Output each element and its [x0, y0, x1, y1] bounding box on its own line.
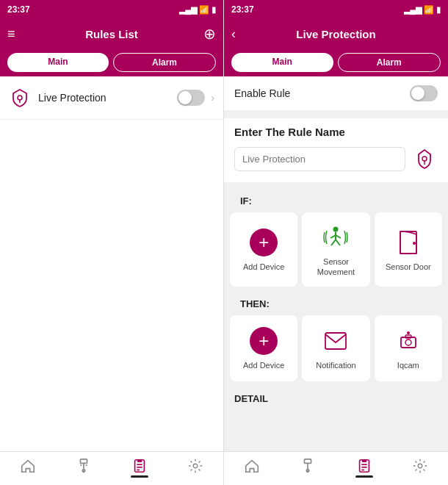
if-add-icon: + [249, 228, 278, 257]
signal-icon: ▂▄▆ [179, 5, 197, 15]
rule-icon-button[interactable] [411, 146, 438, 172]
if-add-device-label: Add Device [243, 262, 284, 272]
live-protection-icon [9, 87, 31, 109]
right-nav-rules[interactable] [336, 458, 392, 478]
right-plug-icon [300, 458, 316, 474]
sparkle-icon [187, 458, 203, 474]
right-tab-alarm[interactable]: Alarm [338, 53, 441, 72]
svg-point-8 [422, 157, 427, 161]
detail-title: DETAIL [234, 393, 438, 404]
right-sparkle-icon [412, 458, 428, 474]
right-nav-devices[interactable] [280, 458, 336, 478]
right-home-icon [244, 458, 260, 474]
left-tab-main[interactable]: Main [7, 53, 109, 72]
right-bottom-nav [224, 451, 448, 485]
svg-rect-23 [305, 459, 311, 464]
right-header: ‹ Live Protection [224, 19, 448, 48]
left-status-icons: ▂▄▆ 📶 ▮ [179, 5, 216, 15]
left-header: ≡ Rules List ⊕ [0, 19, 223, 48]
home-icon [20, 458, 36, 474]
svg-line-15 [336, 240, 340, 245]
right-tab-main[interactable]: Main [231, 53, 333, 72]
then-section: THEN: + Add Device [224, 292, 448, 387]
if-add-device-card[interactable]: + Add Device [230, 212, 297, 287]
svg-point-20 [405, 340, 411, 345]
left-nav-devices[interactable] [56, 458, 112, 478]
then-add-device-card[interactable]: + Add Device [230, 315, 297, 381]
toggle-knob [178, 91, 192, 104]
rule-name-input[interactable] [234, 147, 405, 171]
battery-icon: ▮ [212, 5, 216, 15]
then-section-title: THEN: [230, 292, 442, 314]
svg-rect-18 [325, 333, 346, 349]
right-panel: 23:37 ▂▄▆ 📶 ▮ ‹ Live Protection Main Ala… [224, 0, 448, 485]
enable-rule-row: Enable Rule [224, 76, 448, 111]
then-cards-row: + Add Device Notification [230, 315, 442, 381]
left-header-title: Rules List [85, 28, 138, 40]
then-notification-icon [321, 326, 350, 356]
clipboard-icon [131, 458, 148, 474]
left-tab-alarm[interactable]: Alarm [113, 53, 216, 72]
svg-point-22 [407, 331, 410, 334]
if-door-label: Sensor Door [386, 262, 431, 272]
if-section-title: IF: [230, 190, 442, 211]
left-nav-rules[interactable] [112, 458, 167, 478]
then-notification-card[interactable]: Notification [302, 315, 369, 381]
live-protection-item[interactable]: Live Protection › [0, 76, 223, 120]
left-status-bar: 23:37 ▂▄▆ 📶 ▮ [0, 0, 223, 19]
svg-rect-21 [405, 335, 411, 338]
then-add-device-label: Add Device [243, 360, 284, 370]
left-time: 23:37 [7, 4, 30, 15]
if-motion-icon [321, 223, 350, 252]
active-nav-bar [131, 475, 148, 478]
right-clipboard-icon [356, 458, 372, 474]
then-add-circle-icon: + [250, 327, 278, 355]
chevron-right-icon: › [211, 92, 214, 104]
right-header-title: Live Protection [296, 28, 375, 40]
svg-rect-1 [80, 459, 87, 464]
detail-section: DETAIL [224, 387, 448, 407]
svg-line-14 [331, 240, 336, 245]
rule-name-row [234, 146, 438, 172]
if-motion-label: Sensor Movement [306, 256, 365, 278]
add-circle-icon: + [250, 229, 278, 256]
back-icon[interactable]: ‹ [231, 26, 236, 42]
then-camera-card[interactable]: Iqcam [375, 315, 442, 381]
if-door-card[interactable]: Sensor Door [375, 212, 442, 287]
if-cards-row: + Add Device [230, 212, 442, 287]
rule-content: Enable Rule Enter The Rule Name [224, 76, 448, 451]
left-tabs: Main Alarm [0, 48, 223, 76]
svg-point-17 [413, 242, 416, 245]
if-door-icon [394, 228, 423, 257]
then-notification-label: Notification [316, 360, 355, 370]
left-nav-scenes[interactable] [167, 458, 223, 478]
live-protection-toggle[interactable] [177, 90, 205, 106]
right-battery-icon: ▮ [436, 5, 441, 15]
live-protection-controls: › [177, 90, 214, 106]
right-wifi-icon: 📶 [424, 5, 434, 15]
right-nav-scenes[interactable] [392, 458, 448, 478]
enter-rule-name-section: Enter The Rule Name [224, 118, 448, 182]
svg-point-29 [418, 464, 422, 468]
right-tabs: Main Alarm [224, 48, 448, 76]
then-camera-label: Iqcam [397, 360, 419, 370]
live-protection-label: Live Protection [38, 92, 177, 104]
menu-icon[interactable]: ≡ [7, 26, 15, 42]
right-nav-home[interactable] [224, 458, 280, 478]
wifi-icon: 📶 [199, 5, 209, 15]
left-content-spacer [0, 120, 223, 451]
if-motion-card[interactable]: Sensor Movement [302, 212, 369, 287]
then-camera-icon [394, 326, 423, 356]
right-status-bar: 23:37 ▂▄▆ 📶 ▮ [224, 0, 448, 19]
right-time: 23:37 [231, 4, 254, 15]
svg-rect-19 [401, 337, 416, 348]
right-status-icons: ▂▄▆ 📶 ▮ [404, 5, 441, 15]
left-bottom-nav [0, 451, 223, 485]
left-nav-home[interactable] [0, 458, 56, 478]
enable-rule-label: Enable Rule [234, 87, 290, 99]
enable-rule-toggle[interactable] [410, 85, 438, 101]
then-add-icon: + [249, 326, 278, 356]
enter-rule-name-title: Enter The Rule Name [234, 126, 438, 138]
add-rule-icon[interactable]: ⊕ [203, 25, 216, 43]
svg-point-10 [333, 227, 339, 232]
